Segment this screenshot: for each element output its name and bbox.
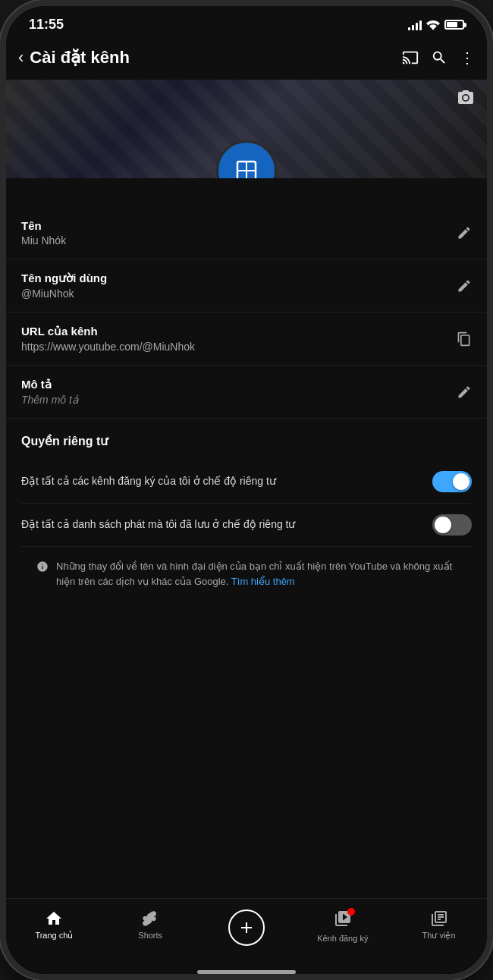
playlists-privacy-label: Đặt tất cả danh sách phát mà tôi đã lưu …	[21, 517, 432, 532]
name-label: Tên	[21, 219, 457, 232]
cast-icon[interactable]	[402, 49, 419, 66]
privacy-section: Quyền riêng tư Đặt tất cả các kênh đăng …	[6, 419, 487, 607]
username-content: Tên người dùng @MiuNhok	[21, 272, 457, 300]
channel-banner	[6, 80, 487, 178]
back-button[interactable]: ‹	[18, 45, 30, 71]
copy-url-icon[interactable]	[457, 331, 472, 347]
avatar	[216, 140, 277, 178]
nav-library[interactable]: Thư viện	[391, 905, 487, 950]
url-content: URL của kênh https://www.youtube.com/@Mi…	[21, 325, 457, 353]
wifi-icon	[426, 20, 440, 30]
status-icons	[408, 20, 464, 30]
info-icon	[36, 561, 49, 573]
username-row[interactable]: Tên người dùng @MiuNhok	[6, 259, 487, 313]
status-bar: 11:55	[6, 6, 487, 39]
nav-shorts[interactable]: Shorts	[102, 905, 199, 950]
header-actions: ⋮	[402, 49, 475, 67]
battery-icon	[444, 20, 464, 30]
subscriptions-privacy-label: Đặt tất cả các kênh đăng ký của tôi ở ch…	[21, 474, 432, 489]
status-time: 11:55	[29, 17, 64, 33]
description-placeholder: Thêm mô tả	[21, 394, 457, 406]
username-label: Tên người dùng	[21, 272, 457, 285]
name-content: Tên Miu Nhók	[21, 219, 457, 247]
notification-dot	[347, 908, 355, 916]
home-nav-label: Trang chủ	[35, 931, 73, 941]
library-icon	[430, 909, 448, 928]
description-label: Mô tả	[21, 378, 457, 391]
nav-home[interactable]: Trang chủ	[6, 905, 102, 950]
name-row[interactable]: Tên Miu Nhók	[6, 207, 487, 259]
playlists-privacy-toggle[interactable]	[432, 514, 472, 536]
more-menu-button[interactable]: ⋮	[460, 49, 475, 67]
edit-name-icon[interactable]	[457, 225, 472, 240]
shorts-icon	[141, 909, 159, 928]
url-row[interactable]: URL của kênh https://www.youtube.com/@Mi…	[6, 313, 487, 366]
edit-banner-button[interactable]	[457, 89, 475, 111]
nav-subscriptions[interactable]: Kênh đăng ký	[294, 905, 391, 950]
privacy-info-box: Những thay đổi về tên và hình đại diện c…	[21, 547, 472, 601]
edit-username-icon[interactable]	[457, 278, 472, 294]
name-value: Miu Nhók	[21, 234, 457, 247]
privacy-info-text: Những thay đổi về tên và hình đại diện c…	[56, 559, 457, 589]
settings-content: Tên Miu Nhók Tên người dùng @MiuNhok	[6, 178, 487, 898]
playlists-privacy-row: Đặt tất cả danh sách phát mà tôi đã lưu …	[21, 504, 472, 547]
username-value: @MiuNhok	[21, 287, 457, 300]
search-icon[interactable]	[431, 49, 447, 66]
edit-description-icon[interactable]	[457, 385, 472, 400]
top-bar: ‹ Cài đặt kênh ⋮	[6, 39, 487, 80]
subscriptions-privacy-row: Đặt tất cả các kênh đăng ký của tôi ở ch…	[21, 460, 472, 504]
description-content: Mô tả Thêm mô tả	[21, 378, 457, 406]
avatar-container	[216, 140, 277, 178]
subscriptions-privacy-toggle[interactable]	[432, 471, 472, 492]
bottom-nav: Trang chủ Shorts	[6, 898, 487, 966]
home-icon	[45, 909, 63, 928]
home-indicator	[197, 970, 296, 974]
nav-add[interactable]	[199, 905, 295, 950]
library-nav-label: Thư viện	[422, 931, 456, 941]
url-label: URL của kênh	[21, 325, 457, 338]
signal-icon	[408, 20, 422, 30]
privacy-title: Quyền riêng tư	[21, 434, 472, 448]
subscriptions-nav-label: Kênh đăng ký	[317, 934, 368, 943]
url-value: https://www.youtube.com/@MiuNhok	[21, 341, 457, 353]
description-row[interactable]: Mô tả Thêm mô tả	[6, 366, 487, 419]
add-button[interactable]	[228, 909, 265, 946]
learn-more-link[interactable]: Tìm hiểu thêm	[231, 576, 295, 587]
subscriptions-badge	[334, 909, 352, 931]
page-title: Cài đặt kênh	[30, 48, 402, 68]
shorts-nav-label: Shorts	[138, 931, 162, 940]
